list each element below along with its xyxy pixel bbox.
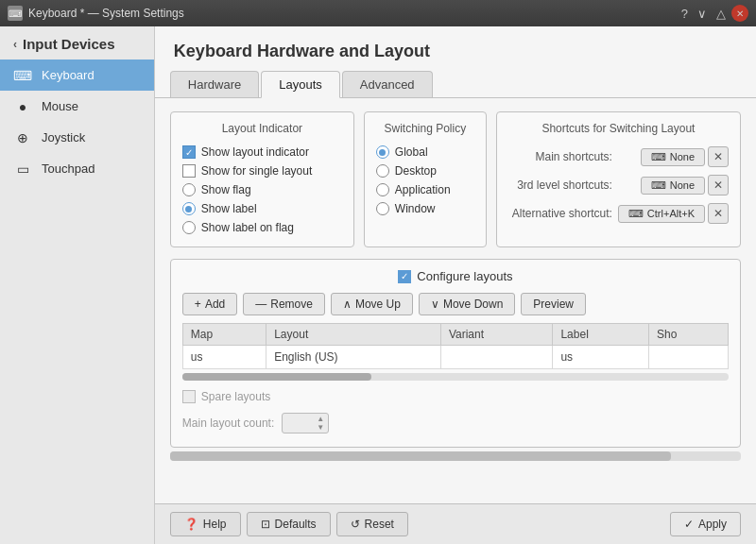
option-show-label-on-flag: Show label on flag — [182, 218, 342, 237]
configure-layouts-checkbox[interactable] — [398, 270, 411, 283]
main-layout-count-label: Main layout count: — [182, 416, 274, 430]
move-down-button[interactable]: ∨ Move Down — [419, 293, 515, 315]
tab-hardware[interactable]: Hardware — [170, 71, 259, 97]
desktop-radio[interactable] — [376, 164, 389, 178]
table-cell-variant — [440, 346, 553, 369]
window-label: Window — [395, 202, 436, 215]
move-up-button[interactable]: ∧ Move Up — [331, 293, 413, 315]
spare-layouts-checkbox[interactable] — [182, 390, 196, 403]
spinner-arrows: ▲ ▼ — [317, 415, 324, 432]
remove-button[interactable]: — Remove — [243, 293, 325, 315]
application-radio[interactable] — [376, 183, 389, 196]
titlebar: ⌨ Keyboard * — System Settings ? ∨ △ ✕ — [0, 0, 756, 26]
reset-icon: ↺ — [351, 518, 360, 531]
close-button[interactable]: ✕ — [731, 5, 748, 22]
table-cell-sho — [648, 346, 728, 369]
table-cell-label: us — [553, 346, 649, 369]
main-shortcuts-button[interactable]: ⌨ None — [641, 148, 705, 166]
tab-advanced[interactable]: Advanced — [342, 71, 433, 97]
switching-policy-title: Switching Policy — [376, 122, 474, 135]
3rd-shortcuts-clear[interactable]: ✕ — [708, 175, 729, 196]
keyboard-icon-small: ⌨ — [651, 151, 666, 163]
show-label-radio[interactable] — [182, 202, 196, 215]
main-shortcuts-group: ⌨ None ✕ — [641, 146, 729, 167]
option-application: Application — [376, 180, 474, 199]
minimize-icon[interactable]: ∨ — [697, 7, 707, 21]
sidebar-item-keyboard[interactable]: ⌨ Keyboard — [0, 60, 154, 91]
configure-header: Configure layouts — [182, 269, 729, 283]
table-scrollbar-thumb — [182, 373, 371, 381]
remove-icon: — — [255, 298, 266, 311]
sidebar-item-mouse[interactable]: ● Mouse — [0, 91, 154, 122]
sidebar-item-label-joystick: Joystick — [42, 130, 85, 144]
footer-left: ❓ Help ⊡ Defaults ↺ Reset — [170, 512, 408, 536]
table-header-row: Map Layout Variant Label Sho — [182, 324, 728, 346]
tabs-bar: Hardware Layouts Advanced — [155, 71, 756, 98]
tab-layouts[interactable]: Layouts — [261, 71, 340, 98]
alternative-shortcut-button[interactable]: ⌨ Ctrl+Alt+K — [618, 205, 705, 223]
3rd-shortcuts-label: 3rd level shortcuts: — [508, 178, 612, 192]
configure-layouts-label: Configure layouts — [417, 269, 512, 283]
sidebar-item-label-keyboard: Keyboard — [42, 68, 94, 82]
panel-shortcuts: Shortcuts for Switching Layout Main shor… — [496, 111, 741, 247]
show-for-single-checkbox[interactable] — [182, 164, 196, 178]
option-global: Global — [376, 143, 474, 162]
move-up-icon: ∧ — [343, 298, 352, 311]
show-layout-indicator-label: Show layout indicator — [201, 145, 309, 159]
maximize-icon[interactable]: △ — [716, 7, 726, 21]
main-layout-count-spinner[interactable]: ▲ ▼ — [282, 413, 329, 434]
spare-layouts-label: Spare layouts — [201, 390, 270, 403]
option-desktop: Desktop — [376, 162, 474, 180]
table-scrollbar[interactable] — [182, 373, 729, 381]
show-label-label: Show label — [201, 202, 257, 215]
app-body: ‹ Input Devices ⌨ Keyboard ● Mouse ⊕ Joy… — [0, 26, 756, 544]
footer: ❓ Help ⊡ Defaults ↺ Reset ✓ Apply — [155, 503, 756, 544]
reset-button[interactable]: ↺ Reset — [336, 512, 408, 536]
add-button[interactable]: + Add — [182, 293, 237, 315]
table-cell-layout: English (US) — [266, 346, 441, 369]
defaults-button[interactable]: ⊡ Defaults — [247, 512, 331, 536]
show-flag-radio[interactable] — [182, 183, 196, 196]
bottom-scrollbar-thumb — [170, 451, 671, 461]
show-label-on-flag-radio[interactable] — [182, 221, 196, 234]
joystick-icon: ⊕ — [13, 131, 32, 144]
sidebar-item-label-touchpad: Touchpad — [42, 162, 94, 176]
top-panels: Layout Indicator Show layout indicator S… — [170, 111, 741, 247]
preview-button[interactable]: Preview — [521, 293, 586, 315]
apply-icon: ✓ — [684, 518, 694, 531]
sidebar-header: ‹ Input Devices — [0, 26, 154, 60]
option-show-flag: Show flag — [182, 180, 342, 199]
3rd-shortcuts-button[interactable]: ⌨ None — [641, 177, 705, 195]
show-for-single-label: Show for single layout — [201, 164, 312, 178]
shortcut-row-alternative: Alternative shortcut: ⌨ Ctrl+Alt+K ✕ — [508, 199, 729, 228]
show-label-on-flag-label: Show label on flag — [201, 221, 294, 234]
sidebar-title: Input Devices — [23, 36, 115, 52]
layout-table: Map Layout Variant Label Sho us English … — [182, 323, 729, 369]
titlebar-left: ⌨ Keyboard * — System Settings — [8, 6, 184, 21]
col-label: Label — [553, 324, 649, 346]
panel-layout-indicator: Layout Indicator Show layout indicator S… — [170, 111, 354, 247]
table-row[interactable]: us English (US) us — [182, 346, 728, 369]
alternative-shortcut-clear[interactable]: ✕ — [708, 203, 729, 224]
window-radio[interactable] — [376, 202, 389, 215]
global-radio[interactable] — [376, 145, 389, 159]
sidebar: ‹ Input Devices ⌨ Keyboard ● Mouse ⊕ Joy… — [0, 26, 155, 544]
sidebar-item-touchpad[interactable]: ▭ Touchpad — [0, 153, 154, 184]
apply-button[interactable]: ✓ Apply — [670, 512, 741, 536]
show-layout-indicator-checkbox[interactable] — [182, 145, 196, 159]
help-icon[interactable]: ? — [681, 7, 688, 21]
app-icon: ⌨ — [8, 6, 23, 21]
back-arrow-icon[interactable]: ‹ — [13, 38, 17, 51]
touchpad-icon: ▭ — [13, 162, 32, 176]
show-flag-label: Show flag — [201, 183, 251, 196]
main-shortcuts-clear[interactable]: ✕ — [708, 146, 729, 167]
keyboard-icon: ⌨ — [13, 69, 32, 82]
main-shortcuts-label: Main shortcuts: — [508, 150, 612, 163]
keyboard-icon-small-3: ⌨ — [628, 208, 644, 220]
help-button[interactable]: ❓ Help — [170, 512, 241, 536]
sidebar-item-joystick[interactable]: ⊕ Joystick — [0, 122, 154, 153]
col-layout: Layout — [266, 324, 441, 346]
add-icon: + — [195, 298, 201, 311]
option-show-layout-indicator: Show layout indicator — [182, 143, 342, 162]
bottom-scrollbar[interactable] — [170, 451, 741, 461]
